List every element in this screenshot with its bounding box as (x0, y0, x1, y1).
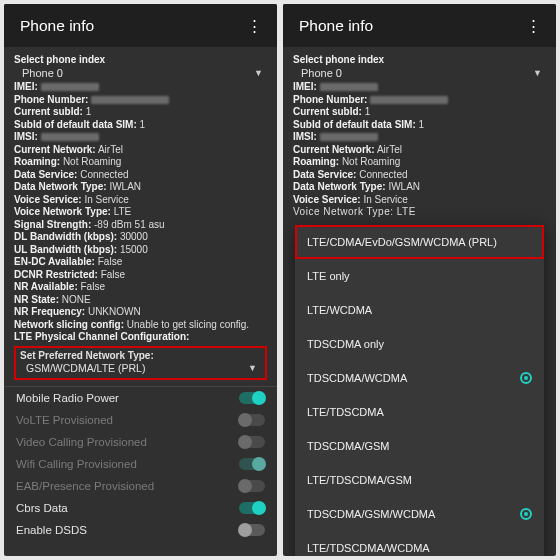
menu-item-lte-wcdma[interactable]: LTE/WCDMA (295, 293, 544, 327)
menu-item-label: LTE/WCDMA (307, 304, 372, 316)
imei-row: IMEI: (14, 81, 267, 94)
preferred-network-dropdown[interactable]: Set Preferred Network Type: GSM/WCDMA/LT… (14, 346, 267, 380)
menu-item-label: LTE/TDSCDMA (307, 406, 384, 418)
default-sim-row: SubId of default data SIM: 1 (14, 119, 267, 132)
current-network-row: Current Network: AirTel (293, 144, 546, 157)
toggle-label: VoLTE Provisioned (16, 414, 113, 426)
toggle-label: Wifi Calling Provisioned (16, 458, 137, 470)
overflow-menu-icon[interactable]: ⋮ (524, 16, 542, 35)
redacted-value (41, 133, 99, 141)
data-network-type-row: Data Network Type: IWLAN (14, 181, 267, 194)
video-calling-row: Video Calling Provisioned (14, 431, 267, 453)
chevron-down-icon: ▼ (248, 363, 257, 373)
redacted-value (41, 83, 99, 91)
toggle-label: Cbrs Data (16, 502, 68, 514)
dl-bandwidth-row: DL Bandwidth (kbps): 30000 (14, 231, 267, 244)
menu-item-label: LTE/CDMA/EvDo/GSM/WCDMA (PRL) (307, 236, 497, 248)
redacted-value (370, 96, 448, 104)
roaming-row: Roaming: Not Roaming (14, 156, 267, 169)
menu-item-tdscdma-gsm-wcdma[interactable]: TDSCDMA/GSM/WCDMA (295, 497, 544, 531)
current-subid-row: Current subId: 1 (293, 106, 546, 119)
redacted-value (91, 96, 169, 104)
voice-service-row: Voice Service: In Service (14, 194, 267, 207)
switch-on-icon[interactable] (239, 502, 265, 514)
wifi-calling-row: Wifi Calling Provisioned (14, 453, 267, 475)
switch-off-icon (239, 414, 265, 426)
phone-number-row: Phone Number: (14, 94, 267, 107)
current-network-row: Current Network: AirTel (14, 144, 267, 157)
appbar: Phone info ⋮ (283, 4, 556, 47)
preferred-network-value: GSM/WCDMA/LTE (PRL) (26, 362, 145, 374)
menu-item-tdscdma-wcdma[interactable]: TDSCDMA/WCDMA (295, 361, 544, 395)
menu-item-label: TDSCDMA only (307, 338, 384, 350)
mobile-radio-power-row[interactable]: Mobile Radio Power (14, 387, 267, 409)
toggle-label: EAB/Presence Provisioned (16, 480, 154, 492)
appbar-title: Phone info (299, 17, 373, 35)
radio-selected-icon (520, 372, 532, 384)
data-service-row: Data Service: Connected (14, 169, 267, 182)
nr-state-row: NR State: NONE (14, 294, 267, 307)
enable-dsds-row[interactable]: Enable DSDS (14, 519, 267, 541)
select-phone-index-dropdown[interactable]: Phone 0 ▼ (293, 65, 546, 81)
lte-physical-row: LTE Physical Channel Configuration: (14, 331, 267, 344)
menu-item-label: LTE only (307, 270, 350, 282)
phone-right: Phone info ⋮ Select phone index Phone 0 … (283, 4, 556, 556)
preferred-network-label: Set Preferred Network Type: (20, 350, 261, 361)
endc-row: EN-DC Available: False (14, 256, 267, 269)
toggle-label: Video Calling Provisioned (16, 436, 147, 448)
default-sim-row: SubId of default data SIM: 1 (293, 119, 546, 132)
data-service-row: Data Service: Connected (293, 169, 546, 182)
cbrs-data-row[interactable]: Cbrs Data (14, 497, 267, 519)
switch-on-icon[interactable] (239, 392, 265, 404)
nr-frequency-row: NR Frequency: UNKNOWN (14, 306, 267, 319)
menu-item-lte-tdscdma-gsm[interactable]: LTE/TDSCDMA/GSM (295, 463, 544, 497)
menu-item-label: TDSCDMA/WCDMA (307, 372, 407, 384)
imei-row: IMEI: (293, 81, 546, 94)
current-subid-row: Current subId: 1 (14, 106, 267, 119)
menu-item-tdscdma-only[interactable]: TDSCDMA only (295, 327, 544, 361)
preferred-network-menu: LTE/CDMA/EvDo/GSM/WCDMA (PRL) LTE only L… (295, 225, 544, 556)
menu-item-lte-tdscdma[interactable]: LTE/TDSCDMA (295, 395, 544, 429)
chevron-down-icon: ▼ (254, 68, 263, 78)
menu-item-label: LTE/TDSCDMA/GSM (307, 474, 412, 486)
menu-item-label: LTE/TDSCDMA/WCDMA (307, 542, 430, 554)
nr-available-row: NR Available: False (14, 281, 267, 294)
overflow-menu-icon[interactable]: ⋮ (245, 16, 263, 35)
signal-strength-row: Signal Strength: -89 dBm 51 asu (14, 219, 267, 232)
select-phone-index-dropdown[interactable]: Phone 0 ▼ (14, 65, 267, 81)
roaming-row: Roaming: Not Roaming (293, 156, 546, 169)
data-network-type-row: Data Network Type: IWLAN (293, 181, 546, 194)
radio-selected-icon (520, 508, 532, 520)
switch-off-icon (239, 436, 265, 448)
imsi-row: IMSI: (293, 131, 546, 144)
toggle-label: Mobile Radio Power (16, 392, 119, 404)
ul-bandwidth-row: UL Bandwidth (kbps): 15000 (14, 244, 267, 257)
dcnr-row: DCNR Restricted: False (14, 269, 267, 282)
select-phone-index-label: Select phone index (14, 54, 267, 65)
select-phone-index-value: Phone 0 (301, 67, 342, 79)
redacted-value (320, 133, 378, 141)
chevron-down-icon: ▼ (533, 68, 542, 78)
switch-off-icon[interactable] (239, 524, 265, 536)
menu-item-lte-cdma-evdo-gsm-wcdma[interactable]: LTE/CDMA/EvDo/GSM/WCDMA (PRL) (295, 225, 544, 259)
voice-service-row: Voice Service: In Service (293, 194, 546, 207)
select-phone-index-value: Phone 0 (22, 67, 63, 79)
menu-item-tdscdma-gsm[interactable]: TDSCDMA/GSM (295, 429, 544, 463)
redacted-value (320, 83, 378, 91)
switch-off-icon (239, 480, 265, 492)
menu-item-lte-tdscdma-wcdma[interactable]: LTE/TDSCDMA/WCDMA (295, 531, 544, 556)
select-phone-index-label: Select phone index (293, 54, 546, 65)
phone-number-row: Phone Number: (293, 94, 546, 107)
appbar: Phone info ⋮ (4, 4, 277, 47)
toggle-label: Enable DSDS (16, 524, 87, 536)
eab-row: EAB/Presence Provisioned (14, 475, 267, 497)
slicing-row: Network slicing config: Unable to get sl… (14, 319, 267, 332)
cut-off-text: Voice Network Type: LTE (293, 206, 546, 221)
volte-row: VoLTE Provisioned (14, 409, 267, 431)
switch-on-icon (239, 458, 265, 470)
appbar-title: Phone info (20, 17, 94, 35)
menu-item-lte-only[interactable]: LTE only (295, 259, 544, 293)
voice-network-type-row: Voice Network Type: LTE (14, 206, 267, 219)
imsi-row: IMSI: (14, 131, 267, 144)
menu-item-label: TDSCDMA/GSM (307, 440, 390, 452)
